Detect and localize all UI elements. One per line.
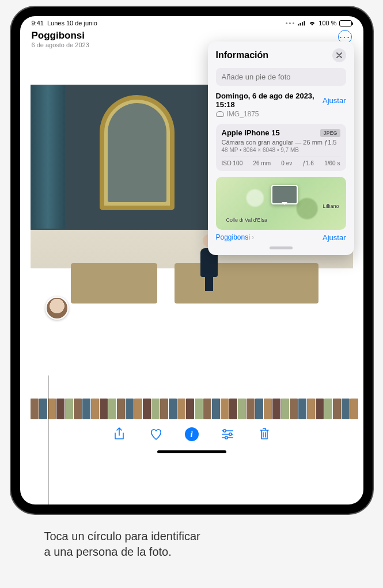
svg-point-5	[229, 433, 231, 435]
adjust-button[interactable]	[219, 426, 236, 442]
thumbnail[interactable]	[126, 399, 134, 419]
thumbnail[interactable]	[186, 399, 194, 419]
battery-percent: 100 %	[318, 20, 336, 26]
home-indicator[interactable]	[157, 450, 226, 453]
person-identify-circle[interactable]	[45, 297, 69, 320]
thumbnail[interactable]	[298, 399, 306, 419]
thumbnail[interactable]	[74, 399, 82, 419]
thumbnail[interactable]	[134, 399, 142, 419]
thumbnail[interactable]	[65, 399, 73, 419]
thumbnail[interactable]	[160, 399, 168, 419]
wifi-icon	[308, 20, 316, 26]
popover-grabber[interactable]	[270, 246, 293, 249]
thumbnail[interactable]	[350, 399, 358, 419]
delete-button[interactable]	[256, 426, 272, 442]
trash-icon	[259, 427, 270, 441]
thumbnail-strip[interactable]	[20, 399, 363, 419]
thumbnail[interactable]	[100, 399, 108, 419]
status-time: 9:41	[32, 20, 44, 26]
cellular-icon	[298, 20, 306, 26]
info-title: Información	[216, 50, 269, 60]
thumbnail[interactable]	[31, 399, 39, 419]
callout-line-2: a una persona de la foto.	[44, 545, 172, 558]
bottom-toolbar: i	[20, 426, 363, 442]
thumbnail[interactable]	[316, 399, 324, 419]
favorite-button[interactable]	[148, 426, 164, 442]
thumbnail[interactable]	[151, 399, 160, 419]
thumbnail[interactable]	[117, 399, 125, 419]
thumbnail[interactable]	[307, 399, 315, 419]
thumbnail[interactable]	[108, 399, 116, 419]
thumbnail[interactable]	[212, 399, 220, 419]
status-bar: 9:41 Lunes 10 de junio ••• 100 %	[20, 16, 363, 28]
share-button[interactable]	[111, 426, 127, 442]
thumbnail[interactable]	[290, 399, 298, 419]
svg-point-4	[223, 430, 225, 432]
photo-location-title: Poggibonsi	[32, 30, 89, 41]
thumbnail[interactable]	[324, 399, 332, 419]
photo-date-subtitle: 6 de agosto de 2023	[32, 41, 89, 48]
camera-resolution: 8064 × 6048	[243, 147, 275, 153]
camera-focal: 26 mm	[253, 160, 271, 166]
photo-decor	[31, 85, 65, 229]
adjust-datetime-button[interactable]: Ajustar	[323, 96, 346, 105]
thumbnail[interactable]	[264, 399, 272, 419]
thumbnail[interactable]	[238, 399, 246, 419]
svg-point-6	[225, 437, 227, 439]
thumbnail[interactable]	[195, 399, 203, 419]
thumbnail[interactable]	[39, 399, 47, 419]
ellipsis-icon[interactable]: •••	[286, 20, 296, 26]
thumbnail[interactable]	[272, 399, 280, 419]
camera-device: Apple iPhone 15	[222, 128, 280, 137]
photo-decor	[100, 95, 175, 210]
close-icon	[336, 52, 342, 58]
photo-datetime: Domingo, 6 de ago de 2023, 15:18	[216, 92, 323, 109]
camera-shutter: 1/60 s	[324, 160, 340, 166]
thumbnail[interactable]	[48, 399, 56, 419]
camera-aperture: ƒ1.6	[302, 160, 313, 166]
svg-rect-0	[298, 24, 299, 26]
help-callout: Toca un círculo para identificar a una p…	[11, 514, 373, 571]
thumbnail[interactable]	[203, 399, 211, 419]
thumbnail[interactable]	[281, 399, 289, 419]
ipad-frame: 9:41 Lunes 10 de junio ••• 100 % Poggibo…	[11, 7, 373, 514]
location-link[interactable]: Poggibonsi ›	[216, 233, 255, 242]
thumbnail[interactable]	[82, 399, 90, 419]
camera-iso: ISO 100	[222, 160, 243, 166]
callout-leader-line	[48, 375, 48, 514]
thumbnail[interactable]	[221, 399, 229, 419]
caption-input[interactable]	[216, 68, 346, 86]
camera-filesize: 9,7 MB	[280, 147, 299, 153]
battery-icon	[339, 20, 352, 26]
map-place-label: Lilliano	[323, 203, 339, 209]
adjust-location-button[interactable]: Ajustar	[323, 233, 346, 242]
share-icon	[113, 427, 125, 441]
chevron-right-icon: ›	[252, 233, 254, 241]
thumbnail[interactable]	[143, 399, 151, 419]
info-button[interactable]: i	[185, 427, 199, 441]
thumbnail[interactable]	[247, 399, 255, 419]
thumbnail[interactable]	[91, 399, 99, 419]
thumbnail[interactable]	[342, 399, 350, 419]
photo-decor	[71, 263, 157, 304]
cloud-icon	[216, 111, 224, 117]
thumbnail[interactable]	[56, 399, 65, 419]
photo-filename: IMG_1875	[227, 110, 259, 118]
map-photo-pin[interactable]	[271, 185, 298, 204]
location-map[interactable]: Colle di Val d'Elsa Lilliano	[216, 177, 346, 230]
status-date: Lunes 10 de junio	[47, 20, 97, 26]
camera-ev: 0 ev	[281, 160, 292, 166]
thumbnail[interactable]	[229, 399, 237, 419]
sliders-icon	[221, 428, 234, 440]
callout-line-1: Toca un círculo para identificar	[44, 530, 200, 543]
close-button[interactable]	[332, 48, 346, 62]
thumbnail[interactable]	[177, 399, 185, 419]
map-place-label: Colle di Val d'Elsa	[226, 217, 268, 223]
thumbnail[interactable]	[333, 399, 341, 419]
svg-rect-2	[302, 22, 303, 25]
info-popover: Información Domingo, 6 de ago de 2023, 1…	[208, 41, 354, 255]
thumbnail[interactable]	[169, 399, 177, 419]
thumbnail[interactable]	[255, 399, 263, 419]
svg-rect-1	[300, 23, 301, 25]
camera-lens: Cámara con gran angular — 26 mm ƒ1.5	[222, 139, 340, 146]
